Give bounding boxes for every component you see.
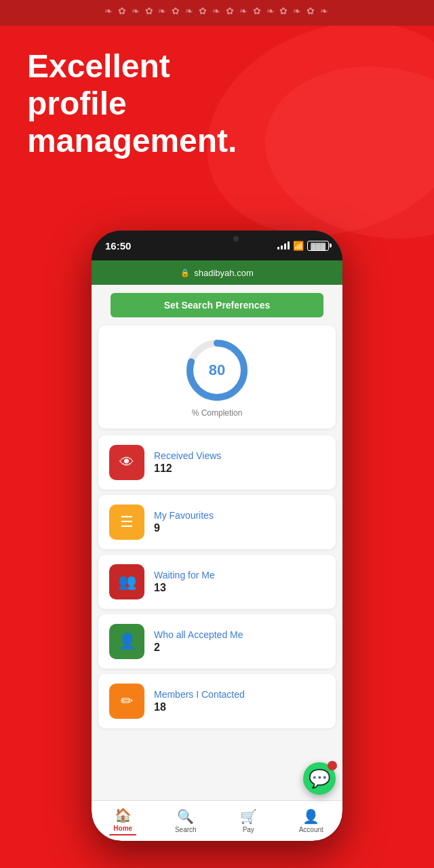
nav-home[interactable]: 🏠 Home: [92, 807, 155, 835]
stat-text: Members I Contacted18: [154, 689, 245, 713]
bottom-nav: 🏠 Home 🔍 Search 🛒 Pay 👤 Account: [92, 800, 342, 841]
nav-account[interactable]: 👤 Account: [280, 808, 343, 833]
stat-title: Waiting for Me: [154, 570, 215, 580]
stat-text: My Favourites9: [154, 510, 214, 534]
phone-content: Set Search Preferences 80 % Completion 👁…: [92, 285, 342, 800]
stat-title: My Favourites: [154, 510, 214, 521]
notch: [176, 231, 258, 250]
stat-icon: ☰: [109, 505, 144, 540]
camera-dot: [233, 236, 239, 241]
stat-card[interactable]: ✏Members I Contacted18: [98, 674, 336, 728]
stat-icon: 👤: [109, 624, 144, 659]
headline-line3: management.: [27, 122, 237, 159]
completion-label: % Completion: [192, 408, 243, 418]
whatsapp-fab[interactable]: 💬: [303, 762, 336, 795]
nav-home-label: Home: [113, 825, 132, 832]
nav-underline: [109, 834, 136, 835]
status-time: 16:50: [105, 240, 131, 252]
stat-text: Waiting for Me13: [154, 570, 215, 594]
stat-icon: 👁: [109, 445, 144, 480]
stat-value: 9: [154, 522, 214, 534]
nav-search[interactable]: 🔍 Search: [155, 808, 218, 833]
stat-card[interactable]: 👤Who all Accepted Me2: [98, 614, 336, 669]
stat-value: 112: [154, 462, 221, 475]
headline: Excellent profile management.: [27, 47, 237, 160]
donut-chart: 80: [183, 336, 251, 404]
home-icon: 🏠: [115, 807, 132, 823]
nav-search-label: Search: [175, 826, 197, 833]
url-text: shadibyah.com: [194, 268, 253, 278]
completion-value: 80: [209, 361, 225, 379]
pay-icon: 🛒: [240, 808, 257, 825]
stat-card[interactable]: 👁Received Views112: [98, 435, 336, 490]
battery-icon: ▓▓▓: [307, 241, 329, 251]
stat-card[interactable]: 👥Waiting for Me13: [98, 555, 336, 609]
search-icon: 🔍: [177, 808, 194, 825]
scroll-area[interactable]: Set Search Preferences 80 % Completion 👁…: [92, 285, 342, 800]
stat-value: 2: [154, 642, 243, 654]
stat-title: Received Views: [154, 450, 221, 461]
account-icon: 👤: [302, 808, 319, 825]
status-bar: 16:50 📶 ▓▓▓: [92, 231, 342, 260]
stat-card[interactable]: ☰My Favourites9: [98, 495, 336, 549]
top-border: [0, 0, 434, 26]
stat-value: 18: [154, 701, 245, 713]
nav-pay-label: Pay: [243, 826, 254, 833]
stat-cards: 👁Received Views112☰My Favourites9👥Waitin…: [92, 435, 342, 728]
bg-decoration-2: [252, 49, 434, 257]
status-icons: 📶 ▓▓▓: [277, 241, 329, 251]
url-bar: 🔒 shadibyah.com: [92, 260, 342, 285]
stat-text: Who all Accepted Me2: [154, 629, 243, 654]
signal-icon: [277, 241, 290, 250]
whatsapp-badge: [328, 761, 337, 770]
completion-card: 80 % Completion: [98, 326, 336, 429]
wifi-icon: 📶: [293, 241, 304, 251]
nav-pay[interactable]: 🛒 Pay: [217, 808, 280, 833]
lock-icon: 🔒: [180, 269, 190, 277]
nav-account-label: Account: [299, 826, 323, 833]
whatsapp-icon: 💬: [309, 768, 330, 789]
stat-icon: 👥: [109, 564, 144, 599]
phone-mockup: 16:50 📶 ▓▓▓ 🔒 shadibyah.com Set Search P…: [92, 231, 342, 841]
headline-line2: profile: [27, 85, 237, 122]
stat-title: Who all Accepted Me: [154, 629, 243, 640]
stat-text: Received Views112: [154, 450, 221, 475]
stat-icon: ✏: [109, 684, 144, 719]
stat-title: Members I Contacted: [154, 689, 245, 700]
headline-line1: Excellent: [27, 47, 237, 85]
stat-value: 13: [154, 582, 215, 594]
search-pref-button[interactable]: Set Search Preferences: [111, 293, 324, 317]
